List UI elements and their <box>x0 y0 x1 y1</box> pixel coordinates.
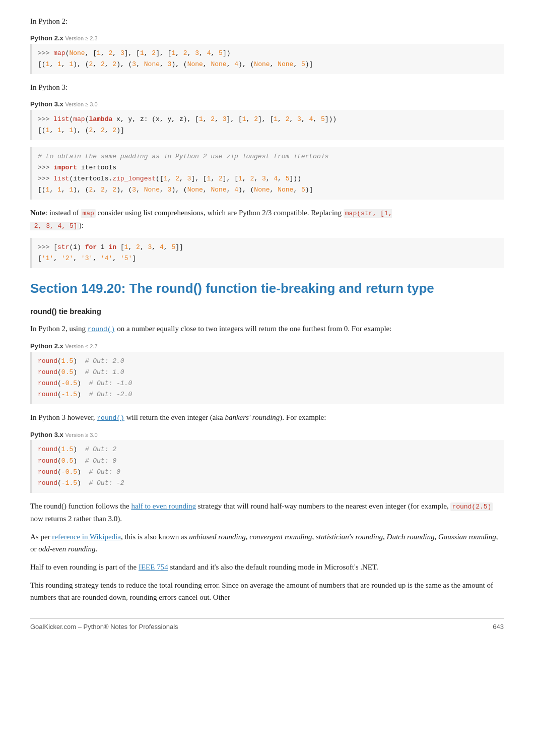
round-para4-italic2: convergent rounding <box>249 533 312 541</box>
py3-round-code: round(1.5) # Out: 2 round(0.5) # Out: 0 … <box>30 440 504 492</box>
round-para6: This rounding strategy tends to reduce t… <box>30 579 504 603</box>
round-para4-comma2: , <box>312 533 316 541</box>
round-25-code: round(2.5) <box>450 502 493 511</box>
in-python-2-label: In Python 2: <box>30 15 504 27</box>
py3-round-block: Python 3.x Version ≥ 3.0 round(1.5) # Ou… <box>30 430 504 493</box>
note-paragraph: Note: instead of map consider using list… <box>30 207 504 232</box>
py2-round-version-badge: Version ≤ 2.7 <box>65 343 97 349</box>
py2-version-badge: Version ≥ 2.3 <box>65 35 97 41</box>
round-para4-italic4: Dutch rounding <box>387 533 435 541</box>
round-para2: In Python 3 however, round() will return… <box>30 411 504 424</box>
footer-right: 643 <box>493 623 504 631</box>
round-para3-post2: now returns 2 rather than 3.0). <box>30 515 122 523</box>
round-para4-comma3: , <box>383 533 387 541</box>
round-link-1[interactable]: round() <box>88 326 115 333</box>
round-para4-italic6: odd-even rounding <box>38 545 95 553</box>
py3-version-label: Python 3.x <box>30 100 63 108</box>
py3-itertools-code: # to obtain the same padding as in Pytho… <box>30 147 504 200</box>
round-para4-italic1: unbiased rounding <box>189 533 245 541</box>
round-para2-pre: In Python 3 however, <box>30 413 97 421</box>
section-149-20-heading: Section 149.20: The round() function tie… <box>30 280 504 297</box>
round-tie-subheading: round() tie breaking <box>30 305 504 318</box>
round-para3-post1: strategy that will round half-way number… <box>196 502 450 510</box>
page-footer: GoalKicker.com – Python® Notes for Profe… <box>30 618 504 631</box>
py2-map-code: >>> map(None, [1, 2, 3], [1, 2], [1, 2, … <box>30 44 504 74</box>
py3-round-version-badge: Version ≥ 3.0 <box>65 432 97 438</box>
half-to-even-link[interactable]: half to even rounding <box>131 502 196 510</box>
ieee754-link[interactable]: IEEE 754 <box>139 563 168 571</box>
py2-round-version-label: Python 2.x <box>30 342 63 350</box>
in-python-3-label: In Python 3: <box>30 81 504 93</box>
round-para4-post: , this is also known as <box>121 533 189 541</box>
note-map-code: map <box>81 209 95 218</box>
footer-left: GoalKicker.com – Python® Notes for Profe… <box>30 623 178 631</box>
round-para4-end: . <box>95 545 97 553</box>
round-para3-pre: The round() function follows the <box>30 502 131 510</box>
note-bold: Note <box>30 209 45 217</box>
round-para2-post: will return the even integer (aka <box>124 413 225 421</box>
note-list-comp-code: >>> [str(i) for i in [1, 2, 3, 4, 5]] ['… <box>30 238 504 268</box>
round-para1-pre: In Python 2, using <box>30 325 88 333</box>
py2-round-block: Python 2.x Version ≤ 2.7 round(1.5) # Ou… <box>30 341 504 404</box>
py3-list-map-code: >>> list(map(lambda x, y, z: (x, y, z), … <box>30 110 504 140</box>
round-para1-post: on a number equally close to two integer… <box>115 325 391 333</box>
round-para4: As per reference in Wikipedia, this is a… <box>30 531 504 555</box>
round-para4-italic5: Gaussian rounding <box>438 533 496 541</box>
round-para1: In Python 2, using round() on a number e… <box>30 323 504 335</box>
round-para2-end: ). For example: <box>280 413 326 421</box>
python3-version-block: Python 3.x Version ≥ 3.0 >>> list(map(la… <box>30 99 504 200</box>
round-para4-italic3: statistician's rounding <box>316 533 383 541</box>
round-para5-pre: Half to even rounding is part of the <box>30 563 139 571</box>
round-link-2[interactable]: round() <box>97 414 124 422</box>
round-para4-pre: As per <box>30 533 52 541</box>
round-para5: Half to even rounding is part of the IEE… <box>30 561 504 573</box>
py3-version-badge: Version ≥ 3.0 <box>65 101 97 107</box>
py2-round-code: round(1.5) # Out: 2.0 round(0.5) # Out: … <box>30 352 504 404</box>
py2-version-label: Python 2.x <box>30 34 63 42</box>
py3-round-version-label: Python 3.x <box>30 431 63 438</box>
round-para5-post: standard and it's also the default round… <box>168 563 378 571</box>
round-para3: The round() function follows the half to… <box>30 500 504 525</box>
round-para4-comma4: , <box>434 533 438 541</box>
note-end: ): <box>79 221 84 229</box>
note-text1: : instead of <box>45 209 81 217</box>
python2-version-block: Python 2.x Version ≥ 2.3 >>> map(None, [… <box>30 33 504 74</box>
wikipedia-link[interactable]: reference in Wikipedia <box>52 533 121 541</box>
round-para2-italic: bankers' rounding <box>225 413 280 421</box>
note-text2: consider using list comprehensions, whic… <box>96 209 344 217</box>
